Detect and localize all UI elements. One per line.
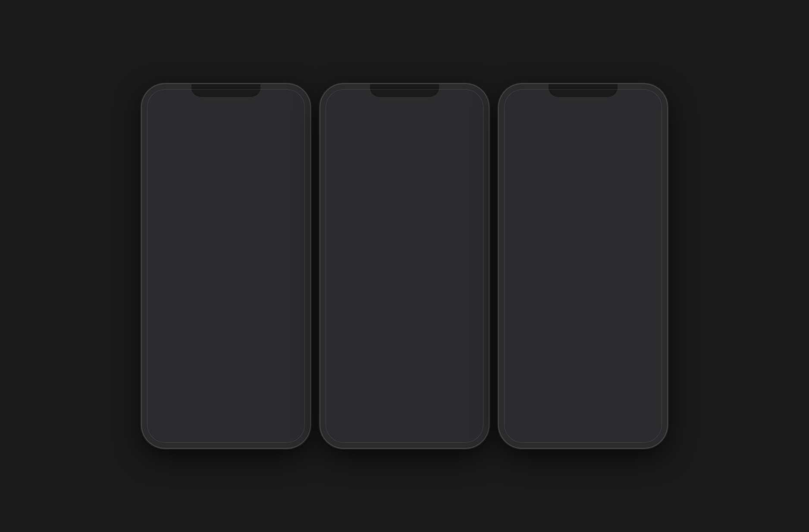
cal-d21: 21 — [571, 230, 579, 238]
calendar-label-3: Calendar — [631, 325, 649, 330]
photos-icon-2: 🌸 — [411, 220, 436, 244]
weather-widget[interactable]: ↗ 80° ☁ Expect rain inthe next hour Inte… — [155, 106, 297, 174]
cal-d3: 3 — [605, 206, 613, 213]
dock-messages-3[interactable]: 💬 — [518, 409, 549, 434]
music-title-2: The New Abnormal — [366, 116, 461, 123]
cal-d6: 6 — [639, 206, 646, 213]
signal-icon-3: ▲ — [632, 94, 637, 100]
home-icon: 🏠 — [180, 257, 204, 282]
dock-safari-1[interactable]: 🧭 — [227, 409, 258, 434]
app-calendar-2[interactable]: Monday 22 Calendar — [424, 297, 452, 328]
cal-d9: 9 — [594, 214, 602, 222]
mail-dock-icon-2: ✉️ — [376, 409, 401, 434]
dock-phone-3[interactable]: 📞 — [618, 409, 649, 434]
page-dot-3-1 — [579, 395, 582, 398]
dock-3: 💬 ✉️ 🧭 📞 — [510, 404, 656, 439]
album-thumb-4 — [439, 138, 470, 169]
app-row-1-1: 📍 Maps YouTube # — [151, 190, 301, 221]
cal-icon-header-3: Monday — [627, 299, 652, 305]
maps-icon-2: 📍 — [336, 187, 360, 211]
app-camera-1[interactable]: 📷 Camera — [267, 190, 298, 221]
weather-time-2: 8:00 — [222, 150, 230, 155]
cal-day-header-m: M — [581, 199, 592, 205]
app-home-2[interactable]: 🏠 Home — [445, 220, 477, 251]
podcasts-time-left: 1H 47M LEFT — [349, 307, 376, 312]
dock-safari-2[interactable]: 🧭 — [406, 409, 437, 434]
app-photos-3[interactable]: 🌸 Photos — [586, 265, 618, 296]
status-bar-2: 7:37 ▲ wifi 🔋 — [320, 84, 489, 103]
cal-d27: 27 — [639, 230, 646, 238]
dock-mail-3[interactable]: ✉️ — [551, 409, 582, 434]
app-settings-2[interactable]: ⚙️ Settings — [445, 187, 477, 218]
app-photos-2[interactable]: 🌸 Photos — [408, 220, 439, 251]
app-youtube-3[interactable]: YouTube — [627, 132, 658, 163]
notes-icon — [233, 224, 257, 248]
youtube-icon — [195, 190, 219, 214]
app-translate-2[interactable]: A文 Translate — [408, 187, 439, 218]
maps-label-2: Maps — [343, 213, 353, 218]
dock-phone-1[interactable]: 📞 — [260, 409, 292, 434]
calendar-icon-2: Monday 22 — [426, 297, 450, 321]
app-reminders-1[interactable]: Reminders — [267, 224, 298, 255]
app-clock-1[interactable]: Clock — [154, 302, 185, 333]
app-youtube-2[interactable]: YouTube — [370, 187, 401, 218]
app-camera-3[interactable]: 📷 Camera — [549, 265, 580, 296]
dock-2: 💬 ✉️ 🧭 📞 — [331, 404, 478, 439]
app-notes-1[interactable]: Notes — [229, 224, 260, 255]
page-dot-3-2 — [584, 395, 587, 398]
clock-icon-2 — [398, 297, 422, 321]
music-widget-2[interactable]: The New Abnormal The Strokes ♪ — [334, 106, 475, 174]
app-reminders-3[interactable]: Reminders — [549, 299, 580, 330]
dock-mail-1[interactable]: ✉️ — [194, 409, 225, 434]
app-calendar-3[interactable]: Monday 22 Calendar — [624, 299, 655, 330]
page-dots-3 — [579, 395, 587, 398]
weather-widget-container: ↗ 80° ☁ Expect rain inthe next hour Inte… — [151, 106, 301, 184]
dock-phone-2[interactable]: 📞 — [439, 409, 470, 434]
phone-dock-icon-3: 📞 — [621, 409, 646, 434]
phone-dock-icon-2: 📞 — [442, 409, 467, 434]
reminders-icon — [270, 224, 295, 248]
app-home-3[interactable]: 🏠 Home — [624, 265, 655, 296]
youtube-icon-3 — [631, 132, 655, 156]
app-maps-1[interactable]: 📍 Maps — [154, 190, 185, 221]
app-translate-1[interactable]: A文 Translate — [154, 224, 185, 255]
app-settings-1[interactable]: ⚙️ Settings — [191, 224, 223, 255]
app-slack-3[interactable]: # Slack — [511, 265, 542, 296]
app-notes-3[interactable]: Notes — [511, 299, 542, 330]
dock-safari-3[interactable]: 🧭 — [584, 409, 615, 434]
settings-label-3: Settings — [635, 192, 651, 197]
cal-d5: 5 — [627, 206, 635, 213]
page-dot-2-1 — [401, 395, 403, 398]
cal-day-header-s2: S — [637, 199, 648, 205]
reminders-icon-3 — [552, 299, 576, 323]
app-slack-1[interactable]: # Slack — [229, 190, 260, 221]
cal-d26: 26 — [627, 230, 635, 238]
app-clock-3[interactable]: Clock — [586, 299, 618, 330]
notes-icon-3 — [514, 299, 539, 323]
dock-1: 💬 ✉️ 🧭 📞 — [153, 404, 299, 439]
app-calendar-1[interactable]: Monday 22 Calendar — [191, 302, 223, 333]
dock-messages-2[interactable]: 💬 — [339, 409, 370, 434]
cal-icon-day-2: 22 — [426, 303, 450, 321]
translate-label-3: Translate — [599, 192, 616, 197]
dock-messages-1[interactable]: 💬 — [161, 409, 192, 434]
translate-icon-2: A文 — [411, 187, 436, 211]
wifi-icon-3: wifi — [640, 94, 649, 100]
translate-icon-3: A文 — [596, 166, 620, 190]
app-clock-2[interactable]: Clock — [396, 297, 424, 328]
cal-d10: 10 — [605, 214, 613, 222]
app-camera-2[interactable]: 📷 Camera — [370, 220, 401, 251]
app-maps-2[interactable]: 📍 Maps — [332, 187, 364, 218]
app-youtube-1[interactable]: YouTube — [191, 190, 223, 221]
photos-icon: 🌸 — [152, 257, 176, 282]
spacer-2 — [229, 302, 260, 333]
app-translate-3[interactable]: A文 Translate — [592, 166, 623, 197]
battery-icon-3: ▓ — [651, 94, 655, 100]
app-slack-2[interactable]: # Slack — [332, 220, 364, 251]
youtube-label-3: YouTube — [634, 158, 651, 163]
messages-dock-icon: 💬 — [164, 409, 189, 434]
dock-mail-2[interactable]: ✉️ — [373, 409, 404, 434]
podcasts-widget-container[interactable]: 👤 1H 47M LEFT Ali Abdaal 🎙️ Podcasts — [329, 254, 396, 331]
app-maps-3[interactable]: 📍 Maps — [592, 132, 623, 163]
app-settings-3[interactable]: ⚙️ Settings — [627, 166, 658, 197]
